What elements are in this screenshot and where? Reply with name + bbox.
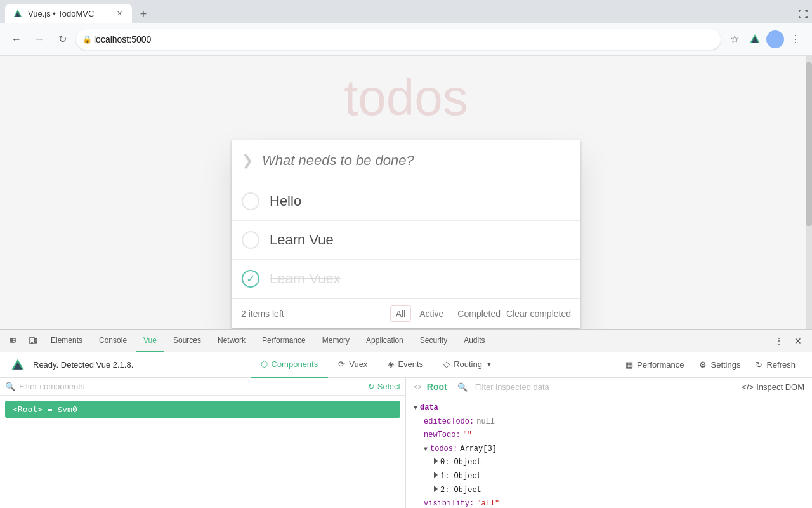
settings-label: Settings xyxy=(710,360,740,370)
todos-item-2[interactable]: 2: Object xyxy=(414,484,804,498)
address-bar-wrap: 🔒 xyxy=(76,29,721,50)
devtools-tab-network[interactable]: Network xyxy=(210,330,253,352)
page-content: todos ❯ Hello Learn Vue xyxy=(0,56,812,329)
todo-input-area: ❯ xyxy=(232,140,580,182)
vue-devtools-bar: Ready. Detected Vue 2.1.8. ⬡ Components … xyxy=(0,352,812,378)
forward-button[interactable]: → xyxy=(30,30,48,48)
filter-all-button[interactable]: All xyxy=(390,305,412,322)
todos-key: todos: xyxy=(430,443,457,457)
browser-tab[interactable]: Vue.js • TodoMVC ✕ xyxy=(5,4,132,23)
settings-button[interactable]: ⚙ Settings xyxy=(693,358,747,372)
select-label: Select xyxy=(377,382,400,391)
inspector-root-header: <> Root 🔍 </> Inspect DOM xyxy=(406,378,812,396)
vue-tab-components[interactable]: ⬡ Components xyxy=(251,352,329,378)
devtools-tab-performance[interactable]: Performance xyxy=(254,330,313,352)
menu-button[interactable]: ⋮ xyxy=(787,30,804,48)
bookmark-button[interactable]: ☆ xyxy=(726,30,743,48)
data-row-newtodo: newTodo: "" xyxy=(414,429,804,443)
page-scrollbar[interactable] xyxy=(806,56,812,329)
vue-tab-routing[interactable]: ◇ Routing ▼ xyxy=(433,352,502,378)
vue-tab-vuex[interactable]: ⟳ Vuex xyxy=(328,352,377,378)
vue-tab-events[interactable]: ◈ Events xyxy=(377,352,433,378)
component-list: <Root> = $vm0 xyxy=(0,396,405,508)
vue-actions: ▦ Performance ⚙ Settings ↻ Refresh xyxy=(619,358,802,372)
todo-checkbox-1[interactable] xyxy=(242,192,259,210)
devtools-tab-console[interactable]: Console xyxy=(91,330,134,352)
fullscreen-button[interactable] xyxy=(794,5,812,23)
list-item: Learn Vue xyxy=(232,221,580,260)
secure-icon: 🔒 xyxy=(82,35,92,44)
todo-checkbox-3[interactable]: ✓ xyxy=(242,270,259,288)
toolbar-right: ☆ ⋮ xyxy=(726,30,804,48)
devtools-tab-sources[interactable]: Sources xyxy=(166,330,209,352)
todo-list: Hello Learn Vue ✓ Learn Vuex xyxy=(232,182,580,298)
devtools-device-button[interactable] xyxy=(24,332,42,350)
data-section-header[interactable]: ▼ data xyxy=(414,401,804,415)
devtools-tab-application[interactable]: Application xyxy=(358,330,411,352)
scrollbar-thumb[interactable] xyxy=(806,62,812,226)
expand-item2-icon xyxy=(434,486,438,492)
new-todo-input[interactable] xyxy=(259,150,570,171)
inspect-dom-button[interactable]: </> Inspect DOM xyxy=(742,382,804,392)
toggle-all-button[interactable]: ❯ xyxy=(242,152,253,169)
todos-item-1[interactable]: 1: Object xyxy=(414,470,804,484)
devtools-close-button[interactable]: ✕ xyxy=(789,332,807,350)
devtools-tab-memory[interactable]: Memory xyxy=(315,330,357,352)
inspector-body: ▼ data editedTodo: null newTodo: "" ▼ xyxy=(406,396,812,508)
expand-item0-icon xyxy=(434,458,438,464)
todos-item0-value: 0: Object xyxy=(440,456,481,470)
search-icon: 🔍 xyxy=(5,382,15,391)
inspector-panel: <> Root 🔍 </> Inspect DOM ▼ data xyxy=(406,378,812,508)
devtools-tab-elements[interactable]: Elements xyxy=(43,330,90,352)
expand-item1-icon xyxy=(434,472,438,478)
devtools-tab-vue[interactable]: Vue xyxy=(136,330,164,352)
editedtodo-key: editedTodo: xyxy=(424,415,474,429)
todo-text-3: Learn Vuex xyxy=(270,271,341,287)
tab-close-button[interactable]: ✕ xyxy=(114,8,124,18)
component-filter-input[interactable] xyxy=(19,382,364,391)
vue-status-text: Ready. Detected Vue 2.1.8. xyxy=(33,360,133,370)
devtools-panel: Elements Console Vue Sources Network Per… xyxy=(0,329,812,508)
todo-text-2: Learn Vue xyxy=(270,232,334,248)
performance-button[interactable]: ▦ Performance xyxy=(619,358,690,372)
filter-active-button[interactable]: Active xyxy=(414,305,449,322)
vue-tab-components-label: Components xyxy=(272,359,318,369)
page-inner: todos ❯ Hello Learn Vue xyxy=(0,56,812,329)
list-item: Hello xyxy=(232,182,580,221)
devtools-tab-security[interactable]: Security xyxy=(412,330,455,352)
todo-footer: 2 items left All Active Completed Clear … xyxy=(232,298,580,328)
visibility-value: "all" xyxy=(476,497,499,508)
new-tab-button[interactable]: + xyxy=(134,5,152,23)
data-row-visibility: visibility: "all" xyxy=(414,497,804,508)
address-input[interactable] xyxy=(76,29,721,50)
profile-avatar[interactable] xyxy=(766,30,784,48)
items-left: 2 items left xyxy=(241,309,390,319)
vue-tab-list: ⬡ Components ⟳ Vuex ◈ Events ◇ Routing ▼ xyxy=(138,352,614,378)
editedtodo-value: null xyxy=(476,415,495,429)
refresh-icon: ↻ xyxy=(756,360,763,370)
performance-icon: ▦ xyxy=(625,360,633,370)
filter-completed-button[interactable]: Completed xyxy=(452,305,506,322)
data-section-label: data xyxy=(420,401,438,415)
search-icon-inspector: 🔍 xyxy=(457,382,468,392)
devtools-inspect-button[interactable] xyxy=(5,332,23,350)
newtodo-key: newTodo: xyxy=(424,429,461,443)
inspect-filter-input[interactable] xyxy=(475,382,737,392)
todos-item-0[interactable]: 0: Object xyxy=(414,456,804,470)
devtools-tab-audits[interactable]: Audits xyxy=(456,330,492,352)
back-button[interactable]: ← xyxy=(8,30,25,48)
vue-devtools-icon[interactable] xyxy=(746,30,764,48)
todos-item2-value: 2: Object xyxy=(440,484,481,498)
root-component-item[interactable]: <Root> = $vm0 xyxy=(5,401,400,418)
root-component-label: <Root> = $vm0 xyxy=(13,404,77,414)
select-button[interactable]: ↻ Select xyxy=(368,382,400,391)
reload-button[interactable]: ↻ xyxy=(53,30,71,48)
vue-tab-vuex-label: Vuex xyxy=(349,359,367,369)
inspector-root-tag: Root xyxy=(427,382,447,392)
todo-checkbox-2[interactable] xyxy=(242,231,259,249)
svg-rect-8 xyxy=(35,338,37,343)
devtools-more-button[interactable]: ⋮ xyxy=(770,332,788,350)
refresh-button[interactable]: ↻ Refresh xyxy=(749,358,802,372)
clear-completed-button[interactable]: Clear completed xyxy=(506,309,571,319)
todos-section-header[interactable]: ▼ todos: Array[3] xyxy=(414,443,804,457)
